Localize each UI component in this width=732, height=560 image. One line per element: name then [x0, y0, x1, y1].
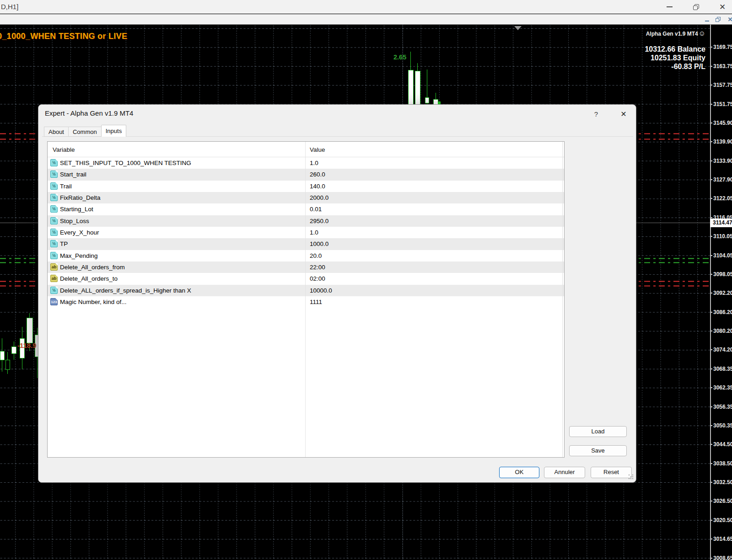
price-label: 3098.05 [711, 271, 732, 277]
param-row[interactable]: ½FixRatio_Delta2000.0 [48, 192, 564, 203]
price-label: 3110.05 [711, 233, 732, 240]
double-type-icon: ½ [50, 194, 58, 201]
dialog-title: Expert - Alpha Gen v1.9 MT4 [45, 109, 133, 117]
price-tick [711, 368, 712, 369]
price-tick [711, 104, 712, 105]
param-value[interactable]: 20.0 [310, 252, 322, 259]
mt4-window: D,H1] ✕ ✕ [0, 0, 732, 560]
save-button[interactable]: Save [569, 445, 627, 456]
price-tick [711, 47, 712, 48]
price-scale[interactable]: 3114.47 3169.753163.753157.753151.753145… [710, 25, 732, 560]
price-label: 3169.75 [711, 44, 732, 50]
price-label: 3044.50 [711, 441, 732, 448]
param-row[interactable]: ½TP1000.0 [48, 238, 564, 250]
window-minimize-button[interactable] [662, 0, 677, 14]
param-row[interactable]: 123Magic Number, kind of...1111 [48, 296, 564, 308]
tab-strip: AboutCommonInputs [44, 125, 126, 137]
price-tick [711, 349, 712, 350]
column-header-value: Value [310, 146, 325, 153]
chart-comment-text: 0_1000_WHEN TESTING or LIVE [0, 32, 127, 41]
equity-line: 10251.83 Equity [645, 53, 705, 62]
param-name: Delete_All_orders_to [60, 275, 118, 282]
window-titlebar: D,H1] ✕ [0, 0, 732, 14]
pl-line: -60.83 P/L [645, 62, 705, 71]
price-label: 3068.35 [711, 366, 732, 372]
price-label: 3032.50 [711, 479, 732, 485]
param-value[interactable]: 1.0 [310, 229, 318, 236]
minimize-icon [667, 6, 673, 7]
tab-about[interactable]: About [44, 127, 69, 137]
resize-grip[interactable] [629, 475, 634, 480]
reset-button[interactable]: Reset [591, 467, 632, 478]
price-tick [711, 217, 712, 218]
string-type-icon: ab [50, 263, 58, 271]
param-name: Starting_Lot [60, 206, 93, 213]
param-row[interactable]: ½Start_trail260.0 [48, 169, 564, 180]
param-value[interactable]: 10000.0 [310, 287, 332, 294]
param-row[interactable]: ½Starting_Lot0.01 [48, 203, 564, 215]
param-value[interactable]: 2000.0 [310, 194, 328, 201]
dialog-close-button[interactable]: ✕ [619, 110, 629, 118]
chart-close-button[interactable]: ✕ [726, 14, 732, 24]
ea-name-label: Alpha Gen v1.9 MT4☺ [646, 29, 705, 37]
price-tick [711, 387, 712, 388]
param-name: Delete_ALL_orders_if_spread_is_Higher th… [60, 287, 191, 294]
load-button[interactable]: Load [569, 426, 627, 437]
param-row[interactable]: ½Stop_Loss2950.0 [48, 215, 564, 227]
ok-button[interactable]: OK [499, 467, 539, 478]
price-tick [711, 85, 712, 85]
price-tick [711, 425, 712, 426]
param-value[interactable]: 140.0 [310, 183, 325, 190]
param-name: Trail [60, 183, 72, 190]
chart-annotation: 2.65 [393, 53, 406, 61]
param-row[interactable]: ½Max_Pending20.0 [48, 250, 564, 261]
inputs-table: Variable Value ½SET_THIS_INPUT_TO_1000_W… [47, 141, 565, 458]
param-value[interactable]: 1.0 [310, 160, 318, 166]
price-tick [711, 179, 712, 180]
price-tick [711, 482, 712, 483]
price-label: 3086.20 [711, 309, 732, 315]
price-tick [711, 198, 712, 199]
double-type-icon: ½ [50, 217, 58, 224]
param-value[interactable]: 260.0 [310, 171, 325, 178]
tab-inputs[interactable]: Inputs [101, 125, 126, 137]
double-type-icon: ½ [50, 240, 58, 247]
param-row[interactable]: ½SET_THIS_INPUT_TO_1000_WHEN TESTING1.0 [48, 157, 564, 169]
chart-minimize-button[interactable] [702, 14, 712, 24]
column-header-variable: Variable [53, 146, 75, 153]
double-type-icon: ½ [50, 252, 58, 259]
param-value[interactable]: 02:00 [310, 275, 325, 282]
price-tick [711, 66, 712, 67]
window-restore-button[interactable] [688, 0, 704, 14]
price-label: 3145.90 [711, 120, 732, 126]
param-value[interactable]: 1111 [310, 299, 322, 305]
chart-restore-button[interactable] [713, 14, 723, 24]
tab-common[interactable]: Common [68, 127, 102, 137]
price-tick [711, 406, 712, 407]
price-label: 3050.35 [711, 422, 732, 429]
param-row[interactable]: ½Trail140.0 [48, 181, 564, 192]
price-label: 3080.20 [711, 328, 732, 334]
param-value[interactable]: 22:00 [310, 264, 325, 271]
price-label: 3127.90 [711, 176, 732, 183]
param-name: FixRatio_Delta [60, 194, 101, 201]
double-type-icon: ½ [50, 159, 58, 166]
price-tick [711, 255, 712, 256]
param-row[interactable]: abDelete_All_orders_to02:00 [48, 273, 564, 284]
param-row[interactable]: ½Delete_ALL_orders_if_spread_is_Higher t… [48, 285, 564, 296]
param-value[interactable]: 1000.0 [310, 240, 328, 247]
param-value[interactable]: 2950.0 [310, 218, 328, 224]
price-label: 3122.05 [711, 195, 732, 202]
price-tick [711, 141, 712, 142]
restore-icon [716, 17, 721, 22]
param-row[interactable]: ½Every_X_hour1.0 [48, 227, 564, 238]
mdi-bar: ✕ [0, 14, 732, 25]
param-row[interactable]: abDelete_All_orders_from22:00 [48, 261, 564, 273]
dialog-help-button[interactable]: ? [592, 110, 601, 118]
integer-type-icon: 123 [50, 298, 58, 305]
cancel-button[interactable]: Annuler [544, 467, 585, 478]
param-value[interactable]: 0.01 [310, 206, 322, 213]
price-tick [711, 293, 712, 293]
window-close-button[interactable]: ✕ [715, 0, 730, 14]
param-name: Every_X_hour [60, 229, 99, 236]
